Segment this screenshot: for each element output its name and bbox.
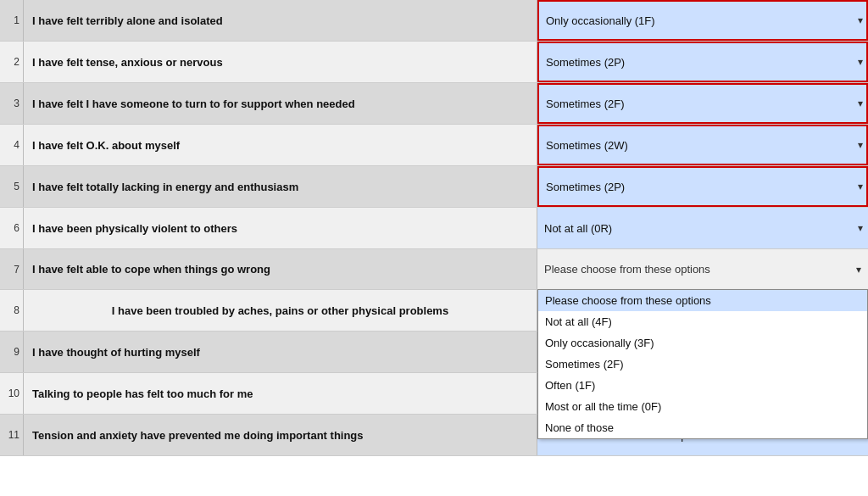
- answer-cell[interactable]: Please choose from these options▾Please …: [537, 249, 868, 289]
- dropdown-option[interactable]: Sometimes (2F): [538, 354, 867, 375]
- row-number: 7: [0, 249, 24, 289]
- table-row: 1I have felt terribly alone and isolated…: [0, 0, 868, 42]
- answer-cell[interactable]: Sometimes (2F): [537, 83, 868, 124]
- dropdown-option[interactable]: Only occasionally (3F): [538, 332, 867, 354]
- answer-cell[interactable]: Sometimes (2W): [537, 125, 868, 165]
- question-text: Tension and anxiety have prevented me do…: [24, 415, 537, 455]
- answer-select[interactable]: Sometimes (2F): [537, 83, 868, 124]
- table-row: 5I have felt totally lacking in energy a…: [0, 166, 868, 208]
- table-row: 4I have felt O.K. about myselfSometimes …: [0, 125, 868, 166]
- row-number: 3: [0, 83, 24, 124]
- answer-select[interactable]: Sometimes (2P): [537, 166, 868, 207]
- question-text: I have felt tense, anxious or nervous: [24, 42, 537, 82]
- answer-cell[interactable]: Only occasionally (1F): [537, 0, 868, 41]
- row-number: 6: [0, 208, 24, 248]
- question-text: I have felt O.K. about myself: [24, 125, 537, 165]
- question-text: Talking to people has felt too much for …: [24, 373, 537, 414]
- question-text: I have felt totally lacking in energy an…: [24, 166, 537, 207]
- dropdown-option[interactable]: Not at all (4F): [538, 311, 867, 332]
- answer-cell[interactable]: Not at all (0R): [537, 208, 868, 248]
- answer-select[interactable]: Sometimes (2W): [537, 125, 868, 165]
- question-text: I have felt I have someone to turn to fo…: [24, 83, 537, 124]
- question-text: I have felt terribly alone and isolated: [24, 0, 537, 41]
- question-text: I have been physically violent to others: [24, 208, 537, 248]
- dropdown-option[interactable]: Often (1F): [538, 375, 867, 396]
- questionnaire-table: 1I have felt terribly alone and isolated…: [0, 0, 868, 456]
- answer-placeholder[interactable]: Please choose from these options▾: [537, 258, 868, 281]
- table-row: 2I have felt tense, anxious or nervousSo…: [0, 42, 868, 83]
- answer-select[interactable]: Only occasionally (1F): [537, 0, 868, 41]
- table-row: 7I have felt able to cope when things go…: [0, 249, 868, 290]
- dropdown-option[interactable]: None of those: [538, 417, 867, 438]
- dropdown-list: Please choose from these optionsNot at a…: [537, 289, 868, 439]
- dropdown-option[interactable]: Most or all the time (0F): [538, 396, 867, 417]
- row-number: 11: [0, 415, 24, 455]
- row-number: 5: [0, 166, 24, 207]
- question-text: I have thought of hurting myself: [24, 332, 537, 372]
- row-number: 4: [0, 125, 24, 165]
- question-text: I have felt able to cope when things go …: [24, 249, 537, 289]
- answer-cell[interactable]: Sometimes (2P): [537, 42, 868, 82]
- row-number: 9: [0, 332, 24, 372]
- dropdown-option[interactable]: Please choose from these options: [538, 290, 867, 311]
- row-number: 1: [0, 0, 24, 41]
- table-row: 6I have been physically violent to other…: [0, 208, 868, 249]
- answer-select[interactable]: Not at all (0R): [537, 208, 868, 248]
- answer-cell[interactable]: Sometimes (2P): [537, 166, 868, 207]
- table-row: 3I have felt I have someone to turn to f…: [0, 83, 868, 125]
- row-number: 10: [0, 373, 24, 414]
- answer-select[interactable]: Sometimes (2P): [537, 42, 868, 82]
- row-number: 8: [0, 290, 24, 331]
- question-text: I have been troubled by aches, pains or …: [24, 290, 537, 331]
- row-number: 2: [0, 42, 24, 82]
